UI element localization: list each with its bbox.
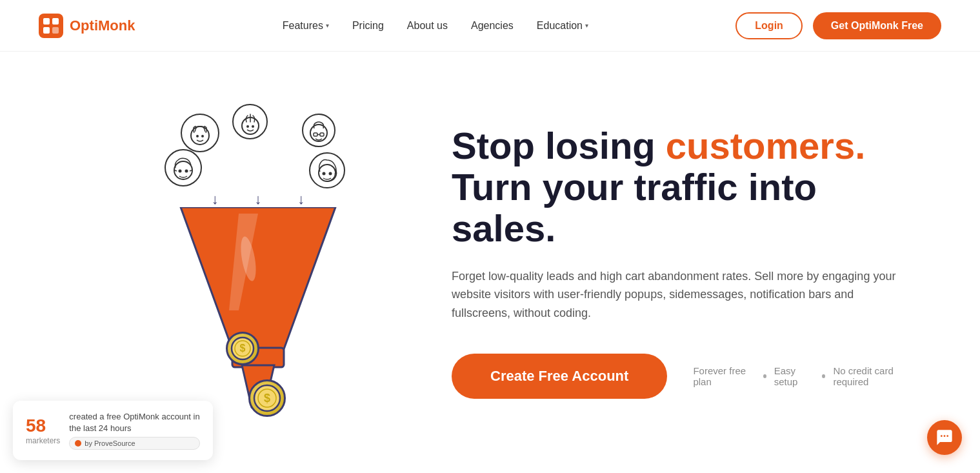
face-1	[181, 114, 219, 152]
header: OptiMonk Features ▾ Pricing About us Age…	[0, 0, 980, 52]
svg-point-6	[196, 135, 199, 137]
svg-point-22	[329, 172, 332, 176]
svg-text:$: $	[240, 343, 246, 354]
funnel-graphic: ↓ ↓ ↓ $	[148, 107, 368, 430]
main-nav: Features ▾ Pricing About us Agencies Edu…	[283, 20, 588, 32]
svg-point-36	[946, 435, 948, 437]
svg-point-11	[310, 125, 327, 141]
cta-area: Create Free Account Forever free plan Ea…	[452, 354, 916, 399]
create-free-account-button[interactable]: Create Free Account	[452, 354, 667, 399]
svg-point-34	[941, 435, 943, 437]
nav-about[interactable]: About us	[407, 20, 448, 32]
badge-forever-free: Forever free plan	[693, 365, 755, 387]
face-3	[302, 114, 335, 147]
nav-features[interactable]: Features ▾	[283, 20, 329, 32]
arrow-down-3: ↓	[297, 191, 305, 208]
chat-icon	[935, 428, 954, 447]
svg-point-20	[319, 165, 335, 181]
svg-point-9	[246, 125, 249, 128]
svg-point-35	[944, 435, 946, 437]
login-button[interactable]: Login	[735, 12, 803, 39]
chevron-down-icon: ▾	[326, 22, 329, 29]
badge-dot-2	[822, 374, 825, 378]
logo[interactable]: OptiMonk	[39, 14, 135, 38]
face-5	[309, 152, 345, 188]
svg-point-21	[323, 172, 326, 176]
hero-subtext: Forget low-quality leads and high cart a…	[452, 267, 903, 323]
get-optimonk-free-button[interactable]: Get OptiMonk Free	[813, 12, 941, 39]
svg-text:$: $	[264, 392, 270, 405]
svg-rect-4	[52, 27, 59, 34]
svg-line-19	[190, 170, 192, 171]
prove-badge: by ProveSource	[69, 437, 200, 450]
svg-line-18	[175, 170, 177, 171]
svg-marker-23	[181, 207, 335, 349]
badge-no-cc: No credit card required	[833, 365, 916, 387]
prove-source-notification[interactable]: 58 marketers created a free OptiMonk acc…	[13, 401, 213, 460]
svg-rect-3	[43, 27, 50, 34]
arrow-down-2: ↓	[254, 191, 261, 208]
nav-agencies[interactable]: Agencies	[471, 20, 514, 32]
badge-dot-1	[763, 374, 766, 378]
hero-content: Stop losing customers. Turn your traffic…	[413, 125, 916, 399]
svg-point-15	[174, 161, 192, 179]
logo-text: OptiMonk	[70, 17, 135, 34]
badge-easy-setup: Easy setup	[774, 365, 815, 387]
svg-rect-1	[43, 18, 50, 25]
hero-illustration: ↓ ↓ ↓ $	[103, 94, 413, 430]
svg-point-17	[185, 170, 188, 173]
nav-pricing[interactable]: Pricing	[352, 20, 384, 32]
nav-education[interactable]: Education ▾	[537, 20, 588, 32]
svg-point-16	[179, 170, 182, 173]
svg-rect-2	[52, 18, 59, 25]
face-4	[165, 149, 202, 186]
chevron-down-icon-2: ▾	[585, 22, 588, 29]
prove-count: 58 marketers	[26, 416, 60, 445]
hero-headline: Stop losing customers. Turn your traffic…	[452, 125, 916, 248]
chat-button[interactable]	[927, 420, 962, 455]
arrows-area: ↓ ↓ ↓	[194, 191, 323, 208]
svg-point-7	[201, 135, 204, 137]
logo-icon	[39, 14, 63, 38]
prove-dot-icon	[75, 440, 81, 447]
prove-info: created a free OptiMonk account in the l…	[69, 411, 200, 450]
coin-2: $	[248, 379, 286, 417]
face-2	[232, 104, 268, 139]
svg-rect-0	[39, 14, 63, 38]
header-actions: Login Get OptiMonk Free	[735, 12, 941, 39]
coin-1: $	[226, 332, 259, 365]
svg-point-10	[252, 125, 254, 128]
cta-badges: Forever free plan Easy setup No credit c…	[693, 365, 916, 387]
arrow-down-1: ↓	[212, 191, 219, 208]
